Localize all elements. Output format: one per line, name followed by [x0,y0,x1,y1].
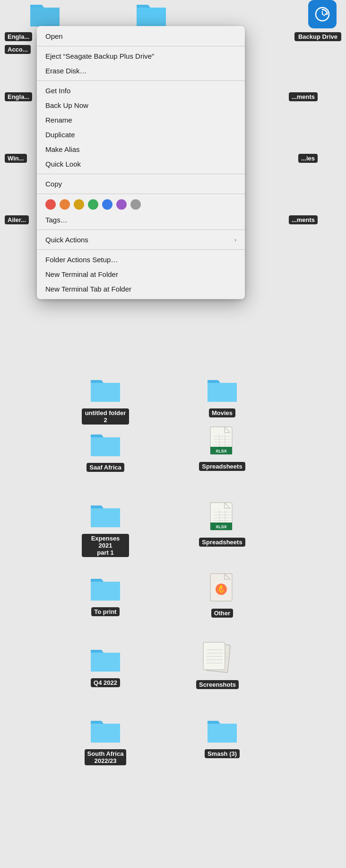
color-tag-orange[interactable] [60,199,70,210]
svg-line-2 [322,14,325,16]
menu-item-getinfo[interactable]: Get Info [37,83,245,98]
desktop-icon-spreadsheets2-label: Spreadsheets [199,538,245,547]
color-tag-purple[interactable] [116,199,127,210]
svg-rect-27 [203,642,225,670]
menu-item-eject[interactable]: Eject “Seagate Backup Plus Drive” [37,49,245,63]
menu-item-duplicate[interactable]: Duplicate [37,127,245,142]
submenu-chevron-icon: › [234,237,236,243]
desktop-icon-other-label: Other [211,609,234,618]
menu-item-copy[interactable]: Copy [37,177,245,191]
menu-item-newterminaltab[interactable]: New Terminal Tab at Folder [37,282,245,296]
bg-label-ailer: Ailer... [5,215,29,224]
menu-item-backup[interactable]: Back Up Now [37,98,245,113]
desktop-icon-southafrica-label: South Africa2022/23 [85,749,127,765]
context-menu: Open Eject “Seagate Backup Plus Drive” E… [37,26,245,299]
desktop-icon-saaf-africa-label: Saaf Africa [86,463,124,472]
menu-separator-1 [37,46,245,46]
desktop-icon-untitled2[interactable]: untitled folder 2 [82,376,129,425]
desktop-icon-q42022-label: Q4 2022 [91,678,120,687]
menu-item-open[interactable]: Open [37,29,245,44]
desktop-icon-screenshots-label: Screenshots [196,680,239,689]
color-tag-yellow[interactable] [74,199,84,210]
color-tag-red[interactable] [45,199,56,210]
menu-item-rename[interactable]: Rename [37,113,245,127]
desktop-icon-expenses2021[interactable]: Expenses 2021part 1 [82,502,129,557]
desktop-icon-smash3[interactable]: Smash (3) [199,717,246,758]
desktop-icon-spreadsheets2[interactable]: XLSX Spreadsheets [199,502,246,547]
color-tag-blue[interactable] [102,199,112,210]
desktop-icon-southafrica[interactable]: South Africa2022/23 [82,717,129,765]
bg-label-ments1: ...ments [289,92,318,101]
bg-label-england: Engla... [5,32,32,41]
menu-separator-4 [37,194,245,194]
bg-label-ments2: ...ments [289,215,318,224]
color-tags-row [37,196,245,213]
desktop-icon-spreadsheets1[interactable]: XLSX Spreadsheets [199,426,246,471]
menu-separator-6 [37,249,245,250]
desktop-icon-expenses2021-label: Expenses 2021part 1 [82,534,129,557]
menu-item-tags[interactable]: Tags… [37,213,245,227]
svg-text:XLSX: XLSX [216,449,227,453]
desktop-icon-toprint[interactable]: To print [82,575,129,616]
menu-item-quickactions[interactable]: Quick Actions › [37,232,245,247]
color-tag-gray[interactable] [130,199,141,210]
menu-separator-5 [37,230,245,230]
desktop-icon-movies-label: Movies [209,408,235,417]
color-tag-green[interactable] [88,199,98,210]
desktop-icon-movies[interactable]: Movies [199,376,246,417]
svg-text:XLSX: XLSX [216,524,227,529]
menu-item-folderactions[interactable]: Folder Actions Setup… [37,252,245,267]
desktop-icon-q42022[interactable]: Q4 2022 [82,646,129,687]
menu-item-quicklook[interactable]: Quick Look [37,157,245,171]
bg-label-ies: ...ies [298,154,318,163]
desktop-icon-timemachine[interactable] [308,0,337,28]
bg-label-engla2: Engla... [5,92,32,101]
menu-separator-3 [37,174,245,174]
desktop-icon-smash3-label: Smash (3) [205,749,240,758]
menu-item-newterminal[interactable]: New Terminal at Folder [37,267,245,282]
menu-item-makealias[interactable]: Make Alias [37,142,245,157]
backup-drive-label: Backup Drive [294,32,341,41]
desktop-icon-toprint-label: To print [91,607,119,616]
desktop-icon-saaf-africa[interactable]: Saaf Africa [82,431,129,472]
desktop-icon-screenshots[interactable]: Screenshots [194,641,241,689]
menu-item-erase[interactable]: Erase Disk… [37,63,245,78]
menu-separator-2 [37,80,245,81]
bg-label-win: Win... [5,154,27,163]
desktop-icon-other[interactable]: Other [199,573,246,618]
bg-label-acco: Acco... [5,45,31,54]
desktop-icon-untitled2-label: untitled folder 2 [82,408,129,425]
desktop-icon-spreadsheets1-label: Spreadsheets [199,462,245,471]
